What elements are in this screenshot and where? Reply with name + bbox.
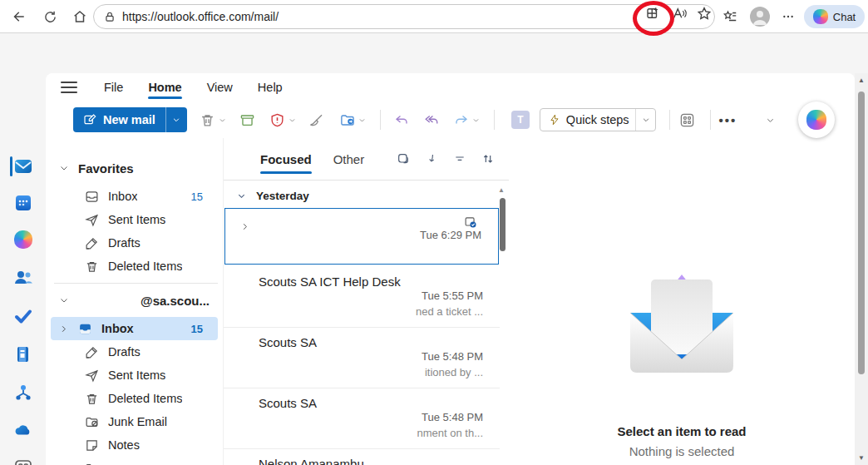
chevron-down-icon[interactable] xyxy=(59,295,71,305)
favorites-header[interactable]: Favorites xyxy=(51,156,218,180)
list-scrollbar-thumb[interactable] xyxy=(500,198,506,251)
folder-junk[interactable]: Junk Email xyxy=(51,410,218,433)
read-aloud-icon[interactable] xyxy=(672,6,687,21)
menu-view[interactable]: View xyxy=(207,75,233,100)
mail-icon[interactable] xyxy=(13,156,33,176)
forward-icon[interactable] xyxy=(452,111,471,129)
chevron-down-icon[interactable] xyxy=(237,191,246,200)
move-to-icon[interactable] xyxy=(338,111,357,129)
empty-state-subtitle: Nothing is selected xyxy=(509,444,855,458)
divider xyxy=(224,180,509,181)
collections-icon[interactable] xyxy=(720,7,740,27)
address-bar[interactable]: https://outlook.office.com/mail/ xyxy=(93,4,715,29)
account-header[interactable]: @sa.scou... xyxy=(51,289,218,312)
delete-dropdown-chevron[interactable] xyxy=(219,116,227,124)
chevron-down-icon[interactable] xyxy=(59,163,71,173)
filter-icon[interactable] xyxy=(452,151,467,166)
journal-icon[interactable] xyxy=(13,344,33,364)
new-mail-button[interactable]: New mail xyxy=(73,107,187,132)
refresh-icon[interactable] xyxy=(40,7,60,27)
back-icon[interactable] xyxy=(8,7,28,27)
archive-icon[interactable] xyxy=(239,111,257,129)
reply-icon[interactable] xyxy=(392,111,411,129)
scroll-down-arrow[interactable]: ▼ xyxy=(855,454,868,462)
extensions-icon[interactable] xyxy=(645,6,660,21)
empty-state-title: Select an item to read xyxy=(509,424,855,438)
copilot-floating-button[interactable] xyxy=(798,101,835,138)
page-scrollbar[interactable]: ▲ ▼ xyxy=(855,73,868,465)
event-accepted-icon xyxy=(464,215,478,230)
message-list: Focused Other Yesterday xyxy=(223,138,509,465)
lock-icon xyxy=(104,11,116,23)
divider xyxy=(710,110,711,130)
menu-file[interactable]: File xyxy=(104,75,123,100)
folder-notes[interactable]: Notes xyxy=(51,433,218,457)
message-sender: Scouts SA xyxy=(259,335,317,349)
share-to-teams-icon[interactable]: T xyxy=(511,111,530,129)
arrow-down-icon[interactable] xyxy=(424,151,439,166)
menu-help[interactable]: Help xyxy=(258,75,283,100)
group-header-yesterday[interactable]: Yesterday xyxy=(224,183,309,208)
new-mail-dropdown[interactable] xyxy=(165,107,187,132)
page-scrollbar-thumb[interactable] xyxy=(858,92,865,374)
folder-drafts[interactable]: Drafts xyxy=(51,340,218,364)
report-icon[interactable] xyxy=(269,111,287,129)
message-item[interactable]: Scouts SA Tue 5:48 PM itioned by ... xyxy=(224,329,500,388)
message-item[interactable]: Nelson Amanambu xyxy=(224,450,500,465)
menu-home[interactable]: Home xyxy=(148,75,181,100)
folder-favorites-inbox[interactable]: Inbox 15 xyxy=(51,185,218,208)
apps-grid-icon[interactable] xyxy=(678,111,697,129)
copilot-icon[interactable] xyxy=(13,230,33,250)
sweep-icon[interactable] xyxy=(308,111,327,129)
scroll-up-arrow[interactable]: ▲ xyxy=(855,77,868,84)
home-icon[interactable] xyxy=(70,7,90,27)
sort-icon[interactable] xyxy=(481,151,496,166)
select-messages-icon[interactable] xyxy=(396,151,411,166)
folder-sent[interactable]: Sent Items xyxy=(51,364,218,387)
list-tabs: Focused Other xyxy=(224,138,509,180)
folder-favorites-deleted[interactable]: Deleted Items xyxy=(51,255,218,278)
people-icon[interactable] xyxy=(13,268,33,288)
message-item-selected[interactable]: Tue 6:29 PM xyxy=(224,208,499,265)
browser-more-icon[interactable] xyxy=(778,7,798,27)
list-scrollbar-up-arrow[interactable]: ▲ xyxy=(498,186,505,194)
message-item[interactable]: Scouts SA Tue 5:48 PM nment on th... xyxy=(224,389,500,449)
ribbon-more-icon[interactable]: ••• xyxy=(719,113,737,127)
content-area: Favorites Inbox 15 Sent Items Drafts Del… xyxy=(46,138,855,465)
folder-partial[interactable] xyxy=(51,457,218,465)
folder-deleted[interactable]: Deleted Items xyxy=(51,387,218,410)
onedrive-icon[interactable] xyxy=(13,421,33,441)
url-text[interactable]: https://outlook.office.com/mail/ xyxy=(122,10,704,23)
org-explorer-icon[interactable] xyxy=(13,383,33,403)
compose-icon xyxy=(83,113,96,126)
ribbon-collapse-chevron[interactable] xyxy=(766,116,775,125)
copilot-chat-button[interactable]: Chat xyxy=(804,5,865,28)
folder-favorites-drafts[interactable]: Drafts xyxy=(51,231,218,255)
favorite-star-icon[interactable] xyxy=(697,6,712,21)
expand-conversation-icon[interactable] xyxy=(240,222,249,231)
move-to-dropdown-chevron[interactable] xyxy=(358,116,367,124)
calendar-icon[interactable] xyxy=(13,193,33,213)
trash-icon xyxy=(84,259,99,274)
tab-other[interactable]: Other xyxy=(333,152,365,166)
report-dropdown-chevron[interactable] xyxy=(289,116,297,124)
todo-icon[interactable] xyxy=(13,306,33,326)
quick-steps-chevron[interactable] xyxy=(642,116,650,124)
more-apps-icon[interactable] xyxy=(13,458,33,465)
chevron-right-icon[interactable] xyxy=(59,324,71,334)
hamburger-icon[interactable] xyxy=(61,82,77,93)
delete-icon[interactable] xyxy=(199,111,217,129)
outlook-header: Outlook N SP xyxy=(0,33,868,73)
reply-all-icon[interactable] xyxy=(422,111,441,129)
tab-focused[interactable]: Focused xyxy=(260,152,312,166)
forward-dropdown-chevron[interactable] xyxy=(472,116,481,124)
folder-favorites-sent[interactable]: Sent Items xyxy=(51,208,218,231)
ribbon-toolbar: New mail xyxy=(46,101,855,138)
quick-steps-button[interactable]: Quick steps xyxy=(540,108,656,131)
new-mail-label: New mail xyxy=(103,113,155,126)
message-item[interactable]: Scouts SA ICT Help Desk Tue 5:55 PM ned … xyxy=(224,268,500,328)
copilot-icon xyxy=(813,9,828,24)
message-sender: Nelson Amanambu xyxy=(259,457,364,465)
folder-inbox[interactable]: Inbox 15 xyxy=(51,317,218,340)
browser-profile-avatar[interactable] xyxy=(750,7,770,27)
